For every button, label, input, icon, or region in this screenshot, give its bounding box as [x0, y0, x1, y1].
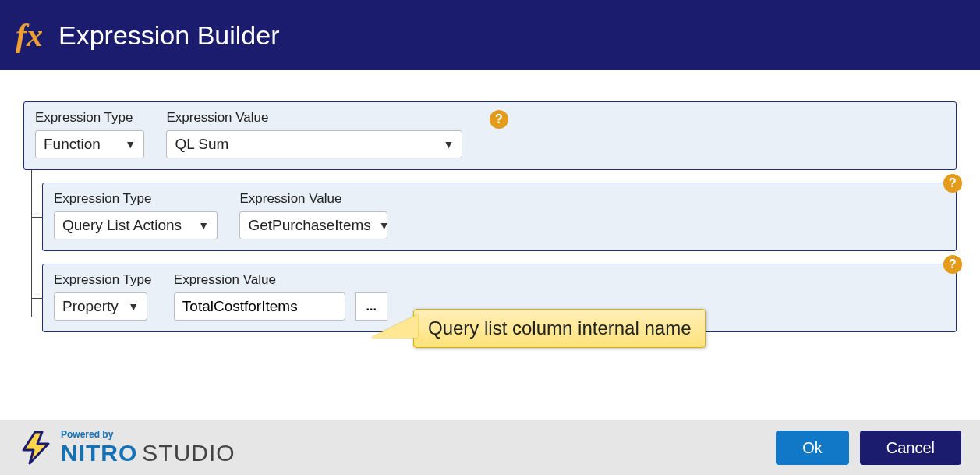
expr-type-value-2: Query List Actions: [62, 217, 182, 234]
nitro-text: NITRO: [61, 440, 137, 466]
expr-type-group-1: Expression Type Function ▼: [35, 110, 144, 158]
expr-value-value-1: QL Sum: [175, 136, 228, 153]
footer-buttons: Ok Cancel: [776, 431, 961, 465]
studio-text: STUDIO: [142, 440, 235, 466]
expr-value-value-2: GetPurchaseItems: [248, 217, 370, 234]
expr-value-group-2: Expression Value GetPurchaseItems ▼: [239, 191, 387, 239]
expr-value-group-3: Expression Value TotalCostforItems ...: [174, 272, 387, 321]
expr-value-select-2[interactable]: GetPurchaseItems ▼: [239, 211, 387, 239]
expr-type-group-3: Expression Type Property ▼: [54, 272, 151, 321]
svg-marker-0: [23, 432, 48, 463]
expr-value-input-3[interactable]: TotalCostforItems: [174, 292, 345, 321]
header: fx Expression Builder: [0, 0, 980, 70]
expr-type-group-2: Expression Type Query List Actions ▼: [54, 191, 218, 239]
expr-value-group-1: Expression Value QL Sum ▼: [166, 110, 462, 158]
expr-value-label: Expression Value: [174, 272, 387, 288]
bolt-icon: [19, 430, 55, 466]
help-icon[interactable]: ?: [943, 255, 962, 274]
callout-pointer: [371, 314, 418, 338]
expr-type-value-3: Property: [62, 298, 119, 315]
help-icon[interactable]: ?: [943, 174, 962, 193]
expr-value-label: Expression Value: [166, 110, 462, 126]
chevron-down-icon: ▼: [444, 138, 455, 151]
chevron-down-icon: ▼: [128, 300, 139, 313]
expr-type-select-2[interactable]: Query List Actions ▼: [54, 211, 218, 239]
expr-type-select-3[interactable]: Property ▼: [54, 292, 147, 321]
expr-value-label: Expression Value: [239, 191, 387, 207]
chevron-down-icon: ▼: [125, 138, 136, 151]
expr-type-label: Expression Type: [35, 110, 144, 126]
cancel-button[interactable]: Cancel: [860, 431, 961, 465]
callout-text: Query list column internal name: [428, 317, 691, 339]
expr-type-select-1[interactable]: Function ▼: [35, 130, 144, 158]
logo: Powered by NITRO STUDIO: [19, 429, 235, 466]
chevron-down-icon: ▼: [198, 219, 209, 232]
expr-type-value-1: Function: [44, 136, 101, 153]
chevron-down-icon: ▼: [379, 219, 390, 232]
page-title: Expression Builder: [58, 20, 279, 51]
expression-panel-1: Expression Type Function ▼ Expression Va…: [23, 101, 957, 170]
expression-panel-2: ? Expression Type Query List Actions ▼ E…: [42, 183, 957, 251]
fx-icon: fx: [16, 16, 43, 54]
expr-type-label: Expression Type: [54, 191, 218, 207]
expr-value-select-1[interactable]: QL Sum ▼: [166, 130, 462, 158]
expr-type-label: Expression Type: [54, 272, 151, 288]
footer: Powered by NITRO STUDIO Ok Cancel: [0, 420, 980, 475]
content-area: Expression Type Function ▼ Expression Va…: [0, 70, 980, 332]
ok-button[interactable]: Ok: [776, 431, 849, 465]
powered-by-label: Powered by: [61, 429, 235, 440]
help-icon[interactable]: ?: [490, 110, 508, 129]
callout: Query list column internal name: [413, 309, 706, 348]
